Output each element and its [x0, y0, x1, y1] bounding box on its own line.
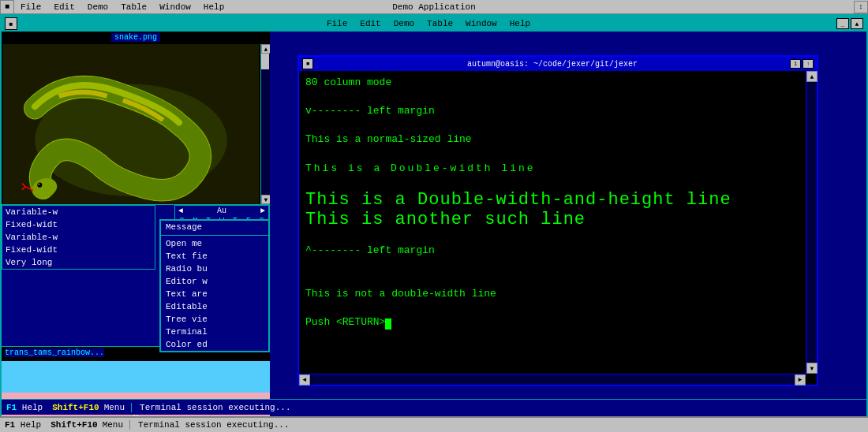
rainbow-image-label: trans_tams_rainbow... [5, 348, 104, 357]
term-line-empty-7 [305, 273, 810, 287]
terminal-scrollbar-v[interactable]: ▲ ▼ [806, 71, 817, 374]
calendar-month: Au [217, 207, 226, 215]
terminal-cursor [385, 318, 391, 330]
outer-sys-icon[interactable]: ■ [0, 0, 14, 14]
outer-menu-help[interactable]: Help [197, 2, 230, 12]
f1-help-inner: F1 Help [2, 403, 47, 412]
terminal-scroll-up[interactable]: ▲ [806, 71, 817, 82]
snake-scroll-down[interactable]: ▼ [261, 195, 270, 204]
dropdown-menu: Message Open me Text fie Radio bu Editor… [159, 219, 270, 352]
dropdown-separator-1 [161, 235, 268, 236]
help-word-inner: Help [22, 403, 43, 412]
status-text-outer: Terminal session executing... [129, 420, 868, 430]
shift-f10-outer: Shift+F10 [46, 420, 102, 430]
term-line-double-width: This is a Double-width line [305, 162, 810, 176]
list-item-3[interactable]: Variable-w [2, 231, 155, 244]
terminal-sys-icon[interactable]: ■ [302, 58, 313, 69]
term-line-empty-3 [305, 147, 810, 162]
outer-menu-table[interactable]: Table [114, 2, 153, 12]
outer-menu-file[interactable]: File [14, 2, 47, 12]
list-item-4[interactable]: Fixed-widt [2, 244, 155, 256]
left-panel: snake.png [2, 32, 270, 400]
outer-menu-demo[interactable]: Demo [81, 2, 114, 12]
menu-label-inner: Menu [104, 403, 131, 412]
terminal-scroll-right[interactable]: ► [795, 374, 806, 385]
term-line-prompt: Push <RETURN> [305, 315, 810, 330]
app-titlebar: ■ File Edit Demo Table Window Help _ ▲ [2, 16, 866, 32]
app-status-bar: F1 Help Shift+F10 Menu Terminal session … [2, 399, 866, 415]
term-line-double-wh: This is a Double-width-and-height line [305, 190, 810, 210]
f1-help-outer: F1 Help [0, 420, 46, 430]
outer-app-title: Demo Application [392, 2, 476, 12]
calendar-next[interactable]: ► [260, 207, 265, 215]
term-line-margin-bot: ^-------- left margin [305, 244, 810, 258]
svg-rect-6 [2, 361, 270, 393]
dropdown-item-openme[interactable]: Open me [161, 237, 268, 250]
dropdown-item-terminal[interactable]: Terminal [161, 326, 268, 338]
term-line-1: 80 column mode [305, 76, 810, 90]
dropdown-item-editorw[interactable]: Editor w [161, 275, 268, 288]
dropdown-item-colored[interactable]: Color ed [161, 338, 268, 351]
terminal-maximize[interactable]: ↑ [803, 59, 814, 69]
term-line-empty-8 [305, 301, 810, 315]
menu-label-outer: Menu [103, 420, 129, 430]
help-word-outer: Help [21, 420, 41, 430]
outer-menu-edit[interactable]: Edit [47, 2, 80, 12]
app-sys-icon[interactable]: ■ [5, 17, 17, 30]
app-window: ■ File Edit Demo Table Window Help _ ▲ s… [0, 14, 868, 432]
list-item-1[interactable]: Variable-w [2, 206, 155, 218]
dropdown-item-message[interactable]: Message [161, 221, 268, 233]
list-item-5[interactable]: Very long [2, 256, 155, 269]
terminal-titlebar: ■ autumn@oasis: ~/code/jexer/git/jexer 1… [299, 57, 817, 71]
snake-scrollbar[interactable]: ▲ ▼ [260, 44, 270, 204]
outer-corner-btn[interactable]: ↕ [854, 1, 868, 13]
svg-point-4 [38, 184, 39, 185]
app-menu-help[interactable]: Help [503, 19, 537, 28]
dropdown-item-radiobu[interactable]: Radio bu [161, 263, 268, 275]
term-line-not-double: This is not a double-width line [305, 287, 810, 301]
snake-image-area: snake.png [2, 32, 270, 205]
outer-menu-window[interactable]: Window [153, 2, 197, 12]
terminal-window: ■ autumn@oasis: ~/code/jexer/git/jexer 1… [297, 55, 818, 386]
svg-point-3 [37, 183, 42, 188]
snake-image-svg [2, 44, 260, 204]
dropdown-item-textfie[interactable]: Text fie [161, 250, 268, 263]
calendar-prev[interactable]: ◄ [178, 207, 183, 215]
snake-scroll-up[interactable]: ▲ [261, 44, 270, 54]
app-menu-file[interactable]: File [320, 19, 354, 28]
term-line-normal: This is a normal-sized line [305, 132, 810, 147]
app-menu-window[interactable]: Window [459, 19, 503, 28]
list-item-2[interactable]: Fixed-widt [2, 218, 155, 231]
term-line-double-wh2: This is another such line [305, 210, 810, 229]
snake-image-label: snake.png [111, 33, 160, 42]
outer-top-bar: ■ File Edit Demo Table Window Help Demo … [0, 0, 868, 14]
term-line-margin-top: v-------- left margin [305, 104, 810, 118]
dropdown-item-treevie[interactable]: Tree vie [161, 313, 268, 326]
terminal-content: 80 column mode v-------- left margin Thi… [299, 71, 817, 374]
calendar-header: ◄ Au ► [175, 206, 268, 216]
terminal-title: autumn@oasis: ~/code/jexer/git/jexer [316, 60, 788, 69]
app-maximize-btn[interactable]: ▲ [851, 18, 863, 29]
terminal-scrollbar-h[interactable]: ◄ ► [299, 374, 806, 385]
status-text-inner: Terminal session executing... [131, 403, 866, 412]
f1-key-inner: F1 [6, 403, 17, 412]
shift-f10-inner: Shift+F10 [47, 403, 103, 412]
term-line-empty-4 [305, 176, 810, 190]
app-menu-table[interactable]: Table [421, 19, 459, 28]
snake-scroll-track[interactable] [261, 54, 270, 195]
term-line-empty-5 [305, 229, 810, 244]
snake-scroll-thumb[interactable] [261, 54, 269, 69]
term-line-empty-2 [305, 118, 810, 132]
dropdown-item-editable[interactable]: Editable [161, 300, 268, 313]
terminal-scroll-left[interactable]: ◄ [299, 374, 310, 385]
terminal-scroll-track[interactable] [806, 82, 817, 363]
terminal-minimize[interactable]: 1 [790, 59, 801, 69]
app-minimize-btn[interactable]: _ [836, 18, 849, 29]
terminal-scroll-down[interactable]: ▼ [806, 363, 817, 374]
term-line-empty-1 [305, 90, 810, 104]
outer-status-bar: F1 Help Shift+F10 Menu Terminal session … [0, 416, 868, 432]
dropdown-item-textarea[interactable]: Text are [161, 288, 268, 300]
app-menu-edit[interactable]: Edit [354, 19, 387, 28]
app-menu-demo[interactable]: Demo [387, 19, 421, 28]
f1-key-outer: F1 [5, 420, 15, 430]
